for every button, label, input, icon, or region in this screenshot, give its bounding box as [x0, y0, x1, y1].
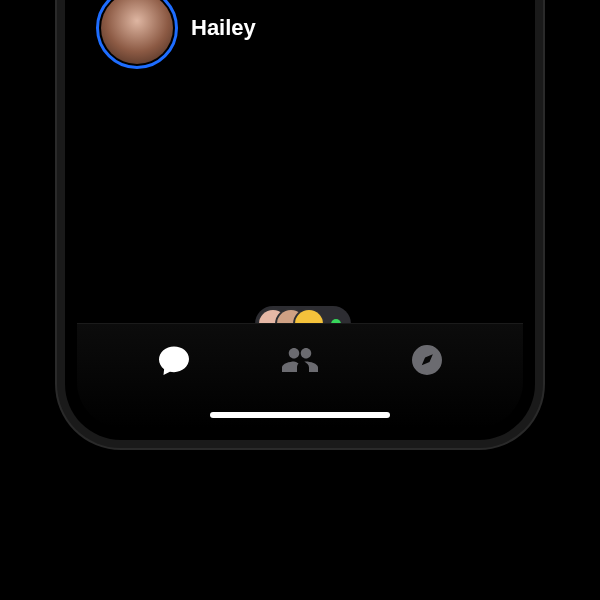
phone-frame: K sounds good · 8:24am Surf Crew See you… [65, 0, 535, 440]
avatar [101, 0, 173, 64]
chat-name: Hailey [191, 15, 501, 40]
home-indicator[interactable] [210, 412, 390, 418]
chat-bubble-icon [156, 342, 192, 378]
chat-row[interactable]: Hailey [77, 0, 523, 78]
people-icon [282, 342, 318, 378]
compass-icon [409, 342, 445, 378]
tab-chats[interactable] [144, 338, 204, 382]
avatar-image [101, 0, 173, 64]
chat-meta: Hailey [191, 15, 501, 40]
tab-people[interactable] [270, 338, 330, 382]
stage: K sounds good · 8:24am Surf Crew See you… [0, 0, 600, 600]
phone-screen: K sounds good · 8:24am Surf Crew See you… [77, 0, 523, 428]
tab-discover[interactable] [397, 338, 457, 382]
chat-list: K sounds good · 8:24am Surf Crew See you… [77, 0, 523, 338]
